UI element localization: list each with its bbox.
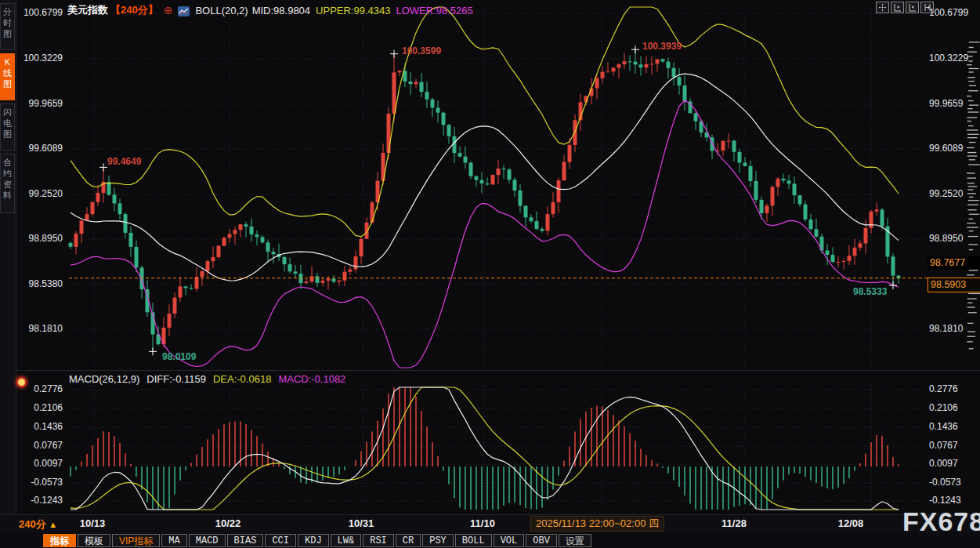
indicator-button-lw[interactable]: LW& <box>331 534 362 547</box>
y-axis-label: 100.3229 <box>19 53 63 65</box>
y-axis-label: 98.1810 <box>929 323 973 336</box>
x-axis-date: 10/31 <box>343 517 379 529</box>
macd-macd-value: MACD:-0.1082 <box>278 373 345 385</box>
y-axis-label: 98.1810 <box>19 323 63 336</box>
macd-header: MACD(26,12,9) DIFF:-0.1159 DEA:-0.0618 M… <box>69 373 345 385</box>
macd-axis-label: 0.1436 <box>19 421 63 434</box>
chevron-up-icon: ▲ <box>49 520 57 529</box>
chart-type-icon[interactable] <box>178 6 190 16</box>
macd-axis-label: 0.0097 <box>19 458 63 470</box>
selected-candle-time-badge: 2025/11/13 22:00~02:00 四 <box>530 516 664 532</box>
boll-lower-value: LOWER:98.5265 <box>396 5 472 16</box>
y-axis-label: 99.2520 <box>19 188 63 201</box>
y-axis-label: 98.5380 <box>19 278 63 291</box>
sidebar-tab-time-chart[interactable]: 分时图 <box>0 3 15 50</box>
peak-price-label: 100.3599 <box>402 45 441 56</box>
y-axis-label: 99.9659 <box>19 98 63 111</box>
macd-axis-label: 0.0767 <box>19 440 63 452</box>
indicator-button-psy[interactable]: PSY <box>422 534 454 547</box>
sidebar-tab-contract-info[interactable]: 合约资料 <box>0 154 15 213</box>
left-sidebar: 分时图 K线图 闪电图 合约资料 <box>0 0 16 548</box>
macd-axis-label: 0.0097 <box>929 458 973 470</box>
trading-app-window: 分时图 K线图 闪电图 合约资料 美元指数 【240分】 ⊕ BOLL(20,2… <box>0 0 980 548</box>
macd-dea-value: DEA:-0.0618 <box>213 373 271 385</box>
bottom-toolbar: 指标 模板 VIP指标 MA MACD BIAS CCI KDJ LW& RSI… <box>0 533 980 548</box>
peak-price-label: 99.4649 <box>107 156 141 167</box>
period-selector[interactable]: 240分 ▲ <box>19 517 57 532</box>
macd-axis-label: 0.1436 <box>929 421 973 434</box>
trough-price-label: 98.0109 <box>162 351 196 362</box>
y-axis-label: 100.6799 <box>929 7 973 20</box>
macd-axis-label: 0.2106 <box>19 402 63 415</box>
boll-indicator-label: BOLL(20,2) <box>195 5 248 16</box>
y-axis-label: 98.8950 <box>929 233 973 245</box>
macd-title: MACD(26,12,9) <box>69 373 139 385</box>
y-axis-label: 99.6089 <box>929 143 973 155</box>
peak-price-label: 100.3939 <box>642 41 682 52</box>
macd-axis-label: -0.1243 <box>19 495 63 507</box>
indicator-button-macd[interactable]: MACD <box>189 534 226 547</box>
sidebar-tab-candle-chart[interactable]: K线图 <box>0 53 15 100</box>
macd-axis-label: 0.2776 <box>19 383 63 396</box>
tab-indicators[interactable]: 指标 <box>43 534 76 547</box>
settings-button[interactable]: 设置 <box>559 534 591 547</box>
x-axis-date: 10/22 <box>210 517 246 529</box>
y-axis-label: 99.6089 <box>19 143 63 155</box>
indicator-button-rsi[interactable]: RSI <box>363 534 394 547</box>
period-label: 【240分】 <box>110 3 158 17</box>
symbol-name: 美元指数 <box>67 3 108 17</box>
macd-axis-label: -0.0573 <box>929 477 973 489</box>
indicator-button-ma[interactable]: MA <box>161 534 186 547</box>
y-axis-label: 98.8950 <box>19 233 63 245</box>
macd-axis-label: 0.0767 <box>929 440 973 452</box>
y-axis-label: 100.3229 <box>929 53 973 65</box>
zoom-in-x-icon[interactable] <box>891 2 904 13</box>
macd-axis-label: 0.2776 <box>929 383 973 396</box>
tab-templates[interactable]: 模板 <box>78 534 110 547</box>
last-price-badge: 98.5903 <box>928 278 980 292</box>
x-axis-date: 11/28 <box>716 517 752 529</box>
y-axis-label: 99.2520 <box>929 188 973 201</box>
macd-axis-label: -0.0573 <box>19 477 63 489</box>
pane-divider <box>16 370 980 371</box>
tab-vip-indicators[interactable]: VIP指标 <box>112 534 160 547</box>
indicator-button-cr[interactable]: CR <box>396 534 421 547</box>
add-indicator-icon[interactable]: ⊕ <box>164 5 173 15</box>
macd-diff-value: DIFF:-0.1159 <box>146 373 206 385</box>
x-axis-date: 12/08 <box>833 517 869 529</box>
indicator-button-obv[interactable]: OBV <box>526 534 557 547</box>
x-axis-row: 240分 ▲ 10/13 10/22 10/31 11/10 11/28 12/… <box>0 514 980 534</box>
macd-axis-label: 0.2106 <box>929 402 973 415</box>
indicator-button-kdj[interactable]: KDJ <box>298 534 329 547</box>
indicator-button-boll[interactable]: BOLL <box>455 534 492 547</box>
boll-upper-value: UPPER:99.4343 <box>316 5 390 16</box>
indicator-button-bias[interactable]: BIAS <box>227 534 264 547</box>
zoom-out-x-icon[interactable] <box>906 2 919 13</box>
macd-axis-label: -0.1243 <box>929 495 973 507</box>
x-axis-date: 10/13 <box>74 517 110 529</box>
prev-close-badge: 98.7677 <box>928 256 980 270</box>
crosshair-tool-icon[interactable] <box>876 2 889 13</box>
indicator-button-vol[interactable]: VOL <box>494 534 525 547</box>
indicator-button-cci[interactable]: CCI <box>265 534 296 547</box>
chart-toolbar <box>876 2 934 13</box>
chart-canvas[interactable] <box>0 0 980 548</box>
x-axis-date: 11/10 <box>465 517 501 529</box>
sidebar-tab-flash-chart[interactable]: 闪电图 <box>0 103 15 151</box>
y-axis-label: 99.9659 <box>929 98 973 111</box>
y-axis-label: 100.6799 <box>19 7 63 20</box>
chart-header: 美元指数 【240分】 ⊕ BOLL(20,2) MID:98.9804 UPP… <box>67 3 473 17</box>
trough-price-label: 98.5333 <box>853 286 887 297</box>
boll-mid-value: MID:98.9804 <box>252 5 310 16</box>
